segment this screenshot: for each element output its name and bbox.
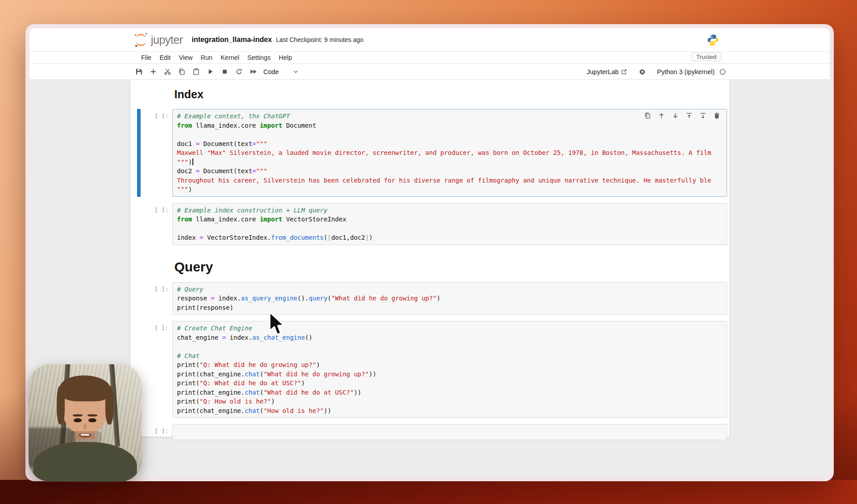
- notebook-filename[interactable]: integration_llama-index: [192, 36, 272, 44]
- cell-prompt: [ ]:: [130, 286, 169, 292]
- kernel-name[interactable]: Python 3 (ipykernel): [657, 68, 715, 75]
- run-all-icon[interactable]: [250, 68, 257, 75]
- duplicate-icon[interactable]: [644, 112, 651, 119]
- cell-prompt: [ ]:: [130, 112, 169, 119]
- jupyter-wordmark: jupyter: [151, 33, 183, 46]
- heading-index[interactable]: Index: [130, 88, 729, 101]
- cell-prompt: [ ]:: [130, 325, 169, 331]
- code-cell-input[interactable]: # Queryresponse = index.as_query_engine(…: [172, 282, 727, 315]
- move-up-icon[interactable]: [658, 112, 665, 119]
- trusted-badge: Trusted: [691, 53, 721, 61]
- code-cell[interactable]: [ ]:# Queryresponse = index.as_query_eng…: [130, 282, 727, 315]
- menu-run[interactable]: Run: [201, 54, 213, 61]
- restart-icon[interactable]: [235, 68, 243, 75]
- trash-icon[interactable]: [713, 112, 720, 119]
- chevron-down-icon[interactable]: [292, 68, 299, 75]
- menu-settings[interactable]: Settings: [247, 54, 270, 61]
- toolbar-left-icons: [135, 68, 257, 75]
- code-cell[interactable]: [ ]:# Create Chat Enginechat_engine = in…: [130, 321, 727, 418]
- webcam-overlay: [29, 364, 141, 482]
- code-cell[interactable]: [ ]:# Example context, thx ChatGPTfrom l…: [130, 109, 727, 197]
- menu-file[interactable]: File: [141, 54, 151, 61]
- gear-icon[interactable]: [639, 68, 646, 75]
- stop-icon[interactable]: [221, 68, 229, 75]
- presenter-torso: [33, 442, 137, 482]
- menu-view[interactable]: View: [179, 54, 192, 61]
- kernel-status-icon: [719, 68, 726, 75]
- python-logo-icon: [707, 34, 719, 46]
- code-cell-input[interactable]: # Example index construction + LLM query…: [172, 203, 727, 245]
- copy-icon[interactable]: [178, 68, 186, 75]
- menu-items: FileEditViewRunKernelSettingsHelp: [141, 54, 292, 61]
- save-icon[interactable]: [135, 68, 143, 75]
- cell-prompt: [ ]:: [130, 207, 169, 213]
- title-bar: jupyter integration_llama-index Last Che…: [29, 28, 830, 52]
- jupyter-logo-icon: [133, 32, 149, 48]
- move-down-icon[interactable]: [672, 112, 679, 119]
- notebook-toolbar: Code JupyterLab Python 3 (ipykernel): [29, 64, 830, 80]
- code-cell[interactable]: [ ]:# Example index construction + LLM q…: [130, 203, 727, 245]
- insert-above-icon[interactable]: [686, 112, 693, 119]
- code-cell[interactable]: [ ]:: [130, 424, 727, 440]
- jupyter-window: jupyter integration_llama-index Last Che…: [25, 24, 834, 481]
- heading-query[interactable]: Query: [130, 259, 729, 275]
- jupyterlab-link[interactable]: JupyterLab: [587, 68, 619, 75]
- notebook-page: Index[ ]:# Example context, thx ChatGPTf…: [130, 80, 729, 437]
- paste-icon[interactable]: [192, 68, 200, 75]
- add-icon[interactable]: [150, 68, 157, 75]
- checkpoint-status: Last Checkpoint: 9 minutes ago: [276, 36, 363, 43]
- code-cell-input[interactable]: [172, 424, 727, 440]
- selected-cell-indicator: [137, 109, 141, 197]
- code-cell-input[interactable]: # Create Chat Enginechat_engine = index.…: [172, 321, 727, 418]
- mouse-cursor-icon: [268, 311, 286, 338]
- external-link-icon[interactable]: [621, 69, 627, 75]
- cut-icon[interactable]: [164, 68, 171, 75]
- code-cell-input[interactable]: # Example context, thx ChatGPTfrom llama…: [172, 109, 727, 197]
- run-icon[interactable]: [207, 68, 214, 75]
- text-caret: [192, 158, 193, 165]
- menu-kernel[interactable]: Kernel: [220, 54, 239, 61]
- menu-edit[interactable]: Edit: [159, 54, 171, 61]
- wallpaper-bottom-shadow: [0, 480, 857, 504]
- menu-help[interactable]: Help: [279, 54, 292, 61]
- menu-bar: FileEditViewRunKernelSettingsHelp Truste…: [29, 52, 830, 64]
- cell-toolbar: [644, 112, 720, 119]
- notebook-scroll-area[interactable]: Index[ ]:# Example context, thx ChatGPTf…: [29, 80, 830, 477]
- insert-below-icon[interactable]: [699, 112, 707, 119]
- cell-type-dropdown[interactable]: Code: [263, 68, 279, 75]
